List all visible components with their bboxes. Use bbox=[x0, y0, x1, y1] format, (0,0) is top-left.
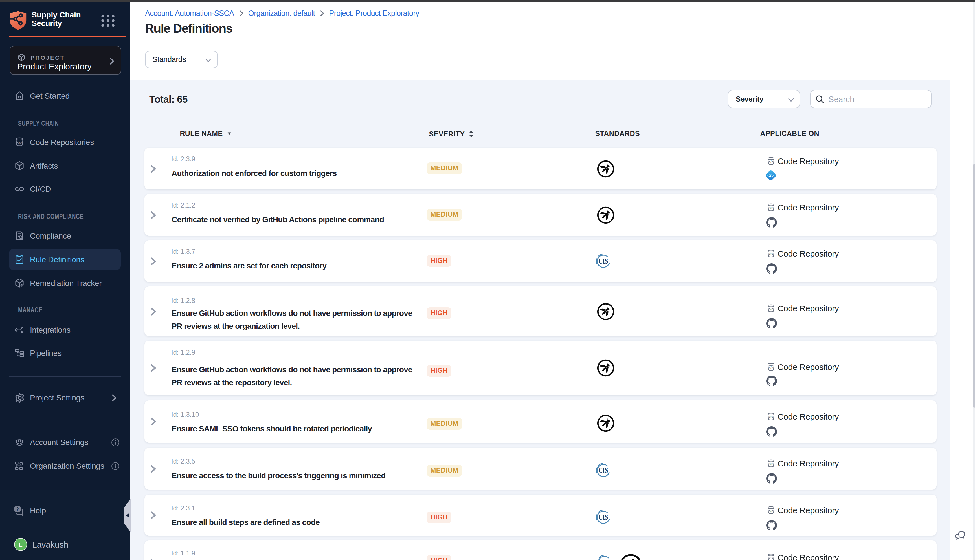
svg-text:</>: </> bbox=[769, 160, 773, 163]
svg-text:</>: </> bbox=[767, 173, 775, 178]
svg-text:</>: </> bbox=[769, 556, 773, 560]
svg-text:</>: </> bbox=[769, 206, 773, 210]
svg-text:CIS: CIS bbox=[598, 257, 608, 265]
svg-text:</>: </> bbox=[769, 366, 773, 369]
svg-text:</>: </> bbox=[769, 462, 773, 465]
svg-text:CIS: CIS bbox=[599, 558, 609, 560]
svg-text:</>: </> bbox=[769, 307, 773, 310]
svg-text:</>: </> bbox=[769, 509, 773, 512]
svg-text:CIS: CIS bbox=[598, 466, 608, 475]
svg-text:</>: </> bbox=[17, 141, 22, 144]
svg-text:</>: </> bbox=[769, 415, 773, 419]
svg-text:CIS: CIS bbox=[598, 513, 608, 522]
svg-text:</>: </> bbox=[769, 252, 773, 256]
svg-text:?: ? bbox=[16, 507, 18, 511]
